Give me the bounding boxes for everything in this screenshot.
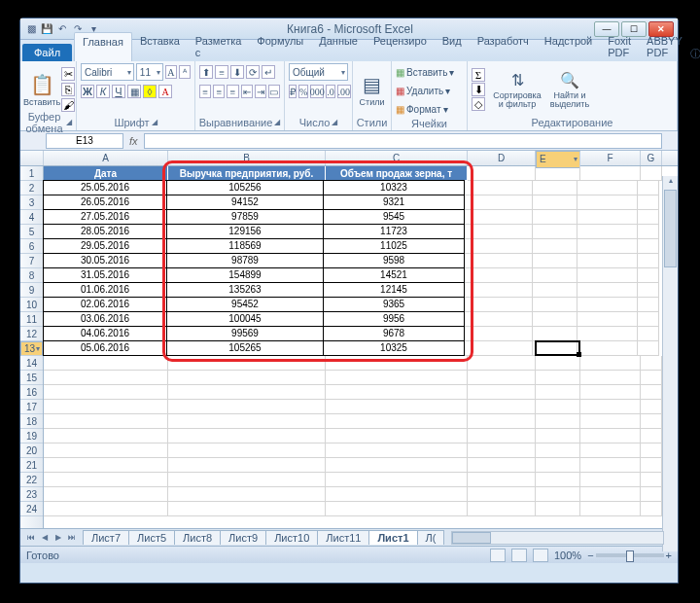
cell-A9[interactable]: 01.06.2016 (43, 282, 167, 298)
clipboard-dialog-icon[interactable]: ◢ (66, 118, 72, 126)
cell-G18[interactable] (641, 414, 662, 429)
number-format-select[interactable]: Общий (289, 63, 348, 81)
cell-C10[interactable]: 9365 (323, 297, 465, 312)
cell-D21[interactable] (468, 458, 536, 473)
cell-F10[interactable] (578, 298, 638, 312)
col-header-B[interactable]: B (168, 151, 326, 165)
cell-A8[interactable]: 31.05.2016 (43, 267, 167, 283)
cell-A10[interactable]: 02.06.2016 (43, 297, 167, 312)
row-header-4[interactable]: 4 (20, 210, 43, 225)
help-icon[interactable]: ⓘ (690, 47, 700, 61)
cell-G20[interactable] (641, 443, 662, 458)
cell-A21[interactable] (44, 458, 168, 473)
cell-C15[interactable] (326, 371, 468, 385)
cell-F7[interactable] (578, 254, 638, 268)
cell-D2[interactable] (465, 181, 533, 195)
cell-B4[interactable]: 97859 (166, 209, 324, 225)
horizontal-scrollbar[interactable] (451, 531, 664, 545)
cell-A24[interactable] (44, 502, 168, 516)
zoom-out-icon[interactable]: − (587, 550, 593, 561)
save-icon[interactable]: 💾 (40, 22, 53, 36)
cell-F12[interactable] (578, 327, 638, 341)
indent-dec-button[interactable]: ⇤ (241, 85, 253, 98)
sheet-first-icon[interactable]: ⏮ (24, 531, 38, 545)
sheet-next-icon[interactable]: ▶ (52, 531, 65, 545)
row-header-7[interactable]: 7 (20, 254, 43, 268)
align-center-button[interactable]: ≡ (213, 85, 225, 98)
sheet-tab-0[interactable]: Лист7 (83, 530, 129, 545)
ribbon-tab-2[interactable]: Разметка с (188, 32, 250, 61)
cell-D7[interactable] (465, 254, 533, 268)
col-header-corner[interactable] (20, 151, 44, 165)
cell-G21[interactable] (641, 458, 662, 473)
cell-D11[interactable] (465, 312, 533, 327)
ribbon-tab-5[interactable]: Рецензиро (366, 32, 435, 61)
cell-A5[interactable]: 28.05.2016 (43, 224, 167, 239)
cell-B23[interactable] (168, 487, 326, 502)
cell-F20[interactable] (580, 443, 641, 458)
cell-D22[interactable] (468, 473, 536, 487)
copy-button[interactable]: ⎘ (61, 83, 75, 96)
wrap-text-button[interactable]: ↵ (262, 65, 275, 79)
sheet-tab-4[interactable]: Лист10 (265, 530, 318, 545)
row-header-24[interactable]: 24 (20, 502, 43, 516)
cell-G10[interactable] (638, 298, 659, 312)
cell-F17[interactable] (580, 400, 641, 414)
cell-C4[interactable]: 9545 (323, 209, 465, 225)
cell-C11[interactable]: 9956 (323, 311, 465, 327)
cell-E11[interactable] (533, 312, 578, 327)
row-header-9[interactable]: 9 (20, 283, 43, 298)
cell-F5[interactable] (578, 225, 638, 239)
cell-B13[interactable]: 105265 (166, 340, 324, 356)
clear-button[interactable]: ◇ (472, 97, 485, 111)
cell-A2[interactable]: 25.05.2016 (43, 180, 167, 195)
cell-C7[interactable]: 9598 (323, 253, 465, 268)
cell-A22[interactable] (44, 473, 168, 487)
cell-C13[interactable]: 10325 (323, 340, 465, 356)
row-header-18[interactable]: 18 (20, 414, 43, 429)
row-header-19[interactable]: 19 (20, 429, 43, 443)
row-header-22[interactable]: 22 (20, 473, 43, 487)
cell-A20[interactable] (44, 443, 168, 458)
cell-E4[interactable] (533, 210, 578, 225)
cell-G16[interactable] (641, 385, 662, 400)
name-box[interactable]: E13 (46, 133, 123, 149)
row-header-15[interactable]: 15 (20, 371, 43, 385)
cell-C19[interactable] (326, 429, 468, 443)
cell-F8[interactable] (578, 268, 638, 283)
cell-C23[interactable] (326, 487, 468, 502)
percent-button[interactable]: % (298, 85, 308, 98)
align-dialog-icon[interactable]: ◢ (274, 118, 280, 126)
cell-C16[interactable] (326, 385, 468, 400)
cell-F16[interactable] (580, 385, 641, 400)
cell-D13[interactable] (465, 341, 533, 356)
cell-B15[interactable] (168, 371, 326, 385)
cell-E7[interactable] (533, 254, 578, 268)
align-bottom-button[interactable]: ⬇ (230, 65, 244, 79)
cell-E12[interactable] (533, 327, 578, 341)
cell-G23[interactable] (641, 487, 662, 502)
cell-D15[interactable] (468, 371, 536, 385)
cell-A23[interactable] (44, 487, 168, 502)
cell-B12[interactable]: 99569 (166, 326, 324, 341)
ribbon-tab-0[interactable]: Главная (74, 32, 132, 61)
cell-C6[interactable]: 11025 (323, 238, 465, 254)
cell-C1[interactable]: Объем продаж зерна, т (326, 166, 468, 181)
font-dialog-icon[interactable]: ◢ (152, 118, 158, 126)
align-left-button[interactable]: ≡ (199, 85, 211, 98)
cell-B16[interactable] (168, 385, 326, 400)
cell-B7[interactable]: 98789 (166, 253, 324, 268)
orientation-button[interactable]: ⟳ (246, 65, 260, 79)
align-middle-button[interactable]: ≡ (215, 65, 228, 79)
sort-filter-button[interactable]: ⇅Сортировка и фильтр (491, 65, 543, 114)
cell-F4[interactable] (578, 210, 638, 225)
inc-decimal-button[interactable]: .0 (326, 85, 335, 98)
cell-B5[interactable]: 129156 (166, 224, 324, 239)
row-header-17[interactable]: 17 (20, 400, 43, 414)
cell-C14[interactable] (326, 356, 468, 371)
cell-E17[interactable] (536, 400, 580, 414)
sheet-tab-3[interactable]: Лист9 (220, 530, 266, 545)
cell-D24[interactable] (468, 502, 536, 516)
cell-E10[interactable] (533, 298, 578, 312)
cell-G17[interactable] (641, 400, 662, 414)
